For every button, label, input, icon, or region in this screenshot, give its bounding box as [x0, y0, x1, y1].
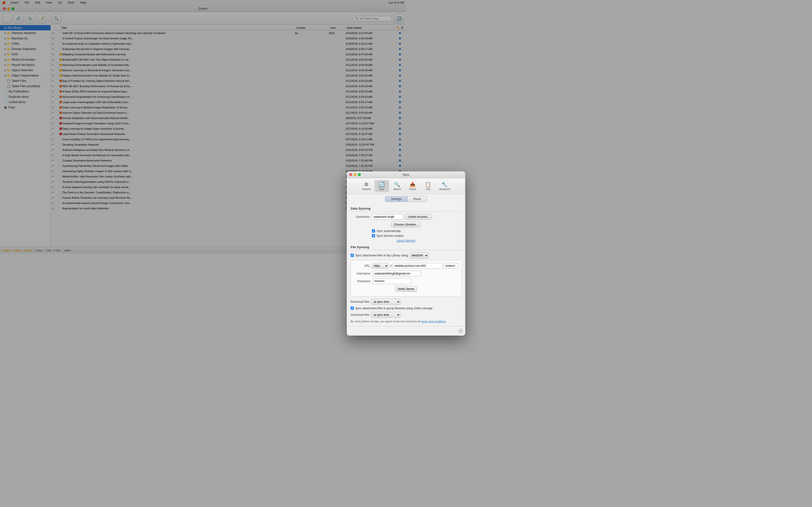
modal-min-button[interactable] [354, 173, 356, 176]
modal-max-button[interactable] [358, 173, 361, 176]
general-label: General [362, 188, 371, 190]
modal-tab-general[interactable]: ⚙ General [359, 180, 373, 192]
modal-title: Sync [403, 173, 406, 176]
modal-tab-search[interactable]: 🔍 Search [390, 180, 405, 192]
sync-tab-icon: 🔄 [379, 181, 385, 187]
about-syncing-row: About Syncing [351, 239, 406, 242]
username-field-label: Username: [351, 215, 370, 219]
seg-settings[interactable]: Settings [385, 196, 406, 202]
modal-window-controls [349, 173, 361, 176]
choose-libraries-button[interactable]: Choose Libraries... [391, 222, 406, 227]
sync-fulltext-label: Sync full-text content [376, 234, 403, 237]
file-syncing-section: File Syncing Sync attachment files in My… [351, 245, 406, 253]
modal-seg-control: Settings Reset [347, 194, 406, 204]
search-tab-icon: 🔍 [394, 181, 400, 187]
modal-toolbar: ⚙ General 🔄 Sync 🔍 Search 📤 Export 📋 Cit… [347, 178, 406, 194]
modal-titlebar: Sync [347, 171, 406, 178]
modal-close-button[interactable] [349, 173, 352, 176]
sync-modal: Sync ⚙ General 🔄 Sync 🔍 Search 📤 Export … [347, 171, 406, 253]
sync-auto-row: Sync automatically [351, 229, 406, 233]
file-syncing-title: File Syncing [351, 245, 406, 250]
sync-auto-label: Sync automatically [376, 229, 401, 233]
unlink-account-button[interactable]: Unlink Account... [405, 214, 406, 220]
username-row: Username: Unlink Account... [351, 214, 406, 220]
search-tab-label: Search [394, 188, 401, 190]
modal-tab-export[interactable]: 📤 Export [406, 180, 406, 192]
sync-tab-label: Sync [379, 188, 385, 190]
sync-auto-checkbox[interactable] [372, 229, 375, 232]
about-syncing-link[interactable]: About Syncing [397, 239, 406, 242]
general-icon: ⚙ [364, 181, 368, 187]
sync-fulltext-row: Sync full-text content [351, 234, 406, 237]
modal-tab-sync[interactable]: 🔄 Sync [374, 180, 389, 192]
data-syncing-title: Data Syncing [351, 207, 406, 212]
sync-fulltext-checkbox[interactable] [372, 234, 375, 237]
modal-overlay: Sync ⚙ General 🔄 Sync 🔍 Search 📤 Export … [0, 0, 406, 253]
choose-libraries-row: Choose Libraries... [351, 222, 406, 227]
modal-body: Data Syncing Username: Unlink Account...… [347, 204, 406, 253]
sync-attachment-row: Sync attachment files in My Library usin… [351, 252, 406, 253]
seg-ctrl: Settings Reset [385, 196, 406, 202]
username-field[interactable] [372, 214, 403, 220]
